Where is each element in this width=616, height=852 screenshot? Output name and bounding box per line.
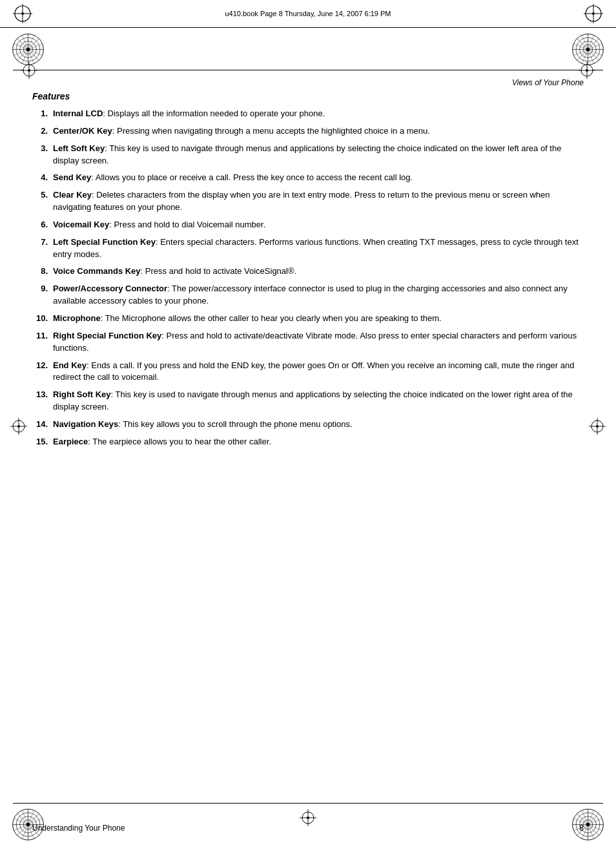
bottom-corner-row [0, 807, 616, 849]
header-left-crosshair [13, 4, 32, 23]
feature-list-item: 11.Right Special Function Key: Press and… [32, 330, 584, 355]
feature-list-item: 12.End Key: Ends a call. If you press an… [32, 360, 584, 384]
feature-description: Microphone: The Microphone allows the ot… [53, 313, 584, 325]
feature-list-item: 14.Navigation Keys: This key allows you … [32, 419, 584, 431]
feature-desc-text: : Pressing when navigating through a men… [112, 126, 430, 136]
feature-list-item: 7.Left Special Function Key: Enters spec… [32, 236, 584, 261]
svg-point-41 [586, 69, 588, 72]
feature-number: 4. [32, 172, 53, 184]
feature-label: Microphone [53, 313, 101, 323]
feature-label: Center/OK Key [53, 126, 112, 136]
feature-list-item: 9.Power/Accessory Connector: The power/a… [32, 283, 584, 307]
feature-number: 3. [32, 143, 53, 167]
middle-right-crosshair [589, 418, 606, 435]
feature-number: 13. [32, 389, 53, 413]
feature-label: Navigation Keys [53, 419, 118, 429]
feature-number: 8. [32, 265, 53, 278]
svg-point-7 [592, 12, 595, 15]
feature-number: 15. [32, 436, 53, 448]
middle-left-crosshair [10, 418, 27, 435]
feature-desc-text: : Displays all the information needed to… [103, 109, 325, 118]
feature-number: 7. [32, 236, 53, 261]
feature-desc-text: : This key allows you to scroll through … [118, 419, 353, 429]
feature-number: 11. [32, 330, 53, 355]
feature-desc-text: : This key is used to navigate through m… [53, 143, 561, 165]
feature-label: Earpiece [53, 437, 88, 446]
feature-list-item: 8.Voice Commands Key: Press and hold to … [32, 265, 584, 278]
feature-list-item: 10.Microphone: The Microphone allows the… [32, 313, 584, 325]
corner-br-decoration [570, 807, 606, 842]
sub-rule [13, 70, 603, 70]
feature-label: Internal LCD [53, 109, 103, 118]
feature-list-item: 4.Send Key: Allows you to place or recei… [32, 172, 584, 184]
svg-point-37 [28, 69, 30, 72]
feature-label: Send Key [53, 172, 91, 182]
feature-number: 2. [32, 125, 53, 138]
feature-list-item: 1.Internal LCD: Displays all the informa… [32, 108, 584, 120]
feature-label: Voice Commands Key [53, 266, 141, 276]
feature-list-item: 15.Earpiece: The earpiece allows you to … [32, 436, 584, 448]
feature-list-item: 2.Center/OK Key: Pressing when navigatin… [32, 125, 584, 138]
content-area: 1.Internal LCD: Displays all the informa… [0, 108, 616, 466]
subrule-left-crosshair [21, 62, 37, 79]
feature-number: 9. [32, 283, 53, 307]
features-heading: Features [0, 90, 616, 108]
corner-bl-decoration [10, 807, 46, 842]
bottom-rule [13, 803, 603, 804]
page-container: u410.book Page 8 Thursday, June 14, 2007… [0, 0, 616, 852]
feature-description: Send Key: Allows you to place or receive… [53, 172, 584, 184]
feature-desc-text: : Ends a call. If you press and hold the… [53, 360, 574, 382]
feature-desc-text: : The earpiece allows you to hear the ot… [88, 437, 271, 446]
feature-desc-text: : Press and hold to dial Voicemail numbe… [109, 220, 265, 229]
feature-desc-text: : This key is used to navigate through m… [53, 390, 573, 411]
feature-number: 14. [32, 419, 53, 431]
feature-description: Voicemail Key: Press and hold to dial Vo… [53, 219, 584, 231]
svg-point-75 [17, 425, 20, 428]
header-right-crosshair [584, 4, 603, 23]
feature-description: Left Soft Key: This key is used to navig… [53, 143, 584, 167]
feature-list-item: 3.Left Soft Key: This key is used to nav… [32, 143, 584, 167]
top-corner-row [0, 28, 616, 67]
feature-description: End Key: Ends a call. If you press and h… [53, 360, 584, 384]
feature-description: Navigation Keys: This key allows you to … [53, 419, 584, 431]
header-bar: u410.book Page 8 Thursday, June 14, 2007… [0, 0, 616, 28]
feature-desc-text: : Press and hold to activate VoiceSignal… [141, 266, 297, 276]
feature-number: 6. [32, 219, 53, 231]
feature-description: Clear Key: Deletes characters from the d… [53, 189, 584, 214]
feature-number: 10. [32, 313, 53, 325]
feature-label: Right Soft Key [53, 390, 111, 399]
svg-point-79 [596, 425, 599, 428]
feature-description: Voice Commands Key: Press and hold to ac… [53, 265, 584, 278]
section-title: Views of Your Phone [0, 70, 616, 90]
header-text: u410.book Page 8 Thursday, June 14, 2007… [32, 10, 584, 17]
svg-point-3 [21, 12, 24, 15]
feature-description: Earpiece: The earpiece allows you to hea… [53, 436, 584, 448]
feature-label: Clear Key [53, 190, 92, 200]
feature-description: Center/OK Key: Pressing when navigating … [53, 125, 584, 138]
feature-description: Right Soft Key: This key is used to navi… [53, 389, 584, 413]
feature-number: 5. [32, 189, 53, 214]
feature-description: Internal LCD: Displays all the informati… [53, 108, 584, 120]
feature-list-item: 5.Clear Key: Deletes characters from the… [32, 189, 584, 214]
feature-list-item: 13.Right Soft Key: This key is used to n… [32, 389, 584, 413]
feature-number: 1. [32, 108, 53, 120]
feature-label: Power/Accessory Connector [53, 284, 167, 293]
feature-label: Left Special Function Key [53, 237, 156, 247]
feature-label: Right Special Function Key [53, 331, 161, 340]
subrule-right-crosshair [579, 62, 595, 79]
feature-list-item: 6.Voicemail Key: Press and hold to dial … [32, 219, 584, 231]
feature-desc-text: : Deletes characters from the display wh… [53, 190, 550, 212]
feature-label: Left Soft Key [53, 143, 105, 153]
feature-description: Left Special Function Key: Enters specia… [53, 236, 584, 261]
feature-list: 1.Internal LCD: Displays all the informa… [32, 108, 584, 448]
feature-desc-text: : The Microphone allows the other caller… [101, 313, 442, 323]
feature-description: Right Special Function Key: Press and ho… [53, 330, 584, 355]
feature-label: End Key [53, 360, 87, 370]
feature-desc-text: : Allows you to place or receive a call.… [91, 172, 413, 182]
feature-description: Power/Accessory Connector: The power/acc… [53, 283, 584, 307]
feature-label: Voicemail Key [53, 220, 109, 229]
feature-number: 12. [32, 360, 53, 384]
